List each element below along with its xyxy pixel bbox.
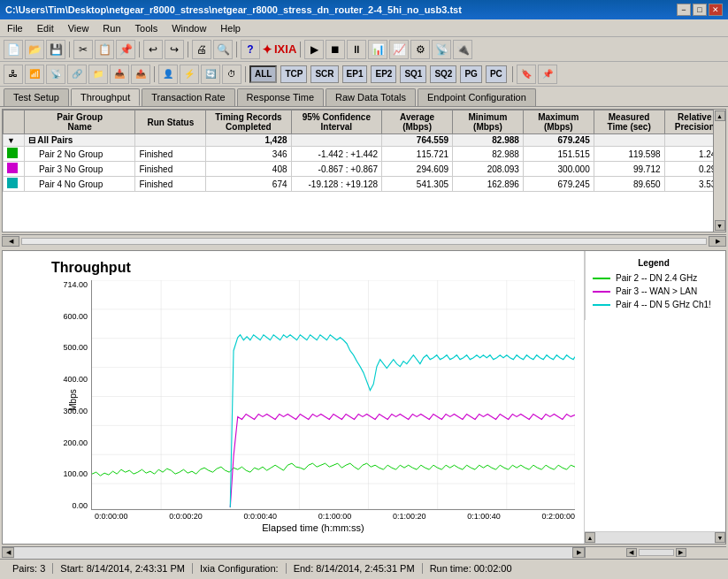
status-end: End: 8/14/2014, 2:45:31 PM: [287, 563, 423, 574]
tb-btn-7[interactable]: 📡: [432, 40, 451, 59]
sep5: [300, 42, 301, 57]
tb-btn-5[interactable]: 📈: [389, 40, 409, 59]
y-tick-600: 600.00: [63, 312, 88, 321]
cell-all-pairs-status: [135, 134, 206, 147]
legend-scroll-up[interactable]: ▲: [585, 532, 595, 543]
menu-help[interactable]: Help: [217, 22, 244, 34]
filter-pg[interactable]: PG: [460, 65, 481, 83]
data-table-container[interactable]: Pair GroupName Run Status Timing Records…: [2, 109, 726, 232]
x-tick-20: 0:0:00:20: [169, 512, 203, 521]
col-header-pair-group-name: Pair GroupName: [24, 110, 134, 134]
cell-pair4-measured: 89.650: [594, 177, 664, 192]
x-tick-100: 0:1:00:00: [318, 512, 352, 521]
tb-btn-3[interactable]: ⏸: [347, 40, 366, 59]
filter-sq2[interactable]: SQ2: [430, 65, 456, 83]
tab-response-time[interactable]: Response Time: [237, 88, 324, 106]
legend-h-scroll-right[interactable]: ▶: [676, 548, 686, 557]
tb2-btn-7[interactable]: 📤: [131, 65, 150, 84]
chart-scroll-left[interactable]: ◀: [2, 547, 14, 558]
chart-scroll-right[interactable]: ▶: [572, 547, 585, 558]
cell-all-pairs-confidence: [291, 134, 382, 147]
tb-btn-4[interactable]: 📊: [368, 40, 387, 59]
cell-pair4-records: 674: [206, 177, 291, 192]
tb2-btn-6[interactable]: 📥: [110, 65, 129, 84]
tab-throughput[interactable]: Throughput: [71, 88, 140, 106]
filter-sq1[interactable]: SQ1: [400, 65, 426, 83]
scroll-down[interactable]: ▼: [715, 220, 725, 231]
filter-pc[interactable]: PC: [486, 65, 507, 83]
chart-scrollbar-x[interactable]: ◀ ▶ ◀ ▶: [2, 546, 726, 559]
menu-window[interactable]: Window: [168, 22, 210, 34]
cell-all-pairs-measured: [594, 134, 664, 147]
filter-scr[interactable]: SCR: [310, 65, 338, 83]
legend-color-pair3: [593, 291, 610, 293]
paste-button[interactable]: 📌: [116, 40, 135, 59]
col-header-run-status: Run Status: [135, 110, 206, 134]
tb-btn-6[interactable]: ⚙: [410, 40, 430, 59]
cell-pair3-status: Finished: [135, 162, 206, 177]
x-tick-200: 0:2:00:00: [541, 512, 575, 521]
tb-btn-1[interactable]: ▶: [304, 40, 324, 59]
legend-scroll-down[interactable]: ▼: [715, 532, 725, 543]
print-button[interactable]: 🖨: [192, 40, 211, 59]
tb2-btn-10[interactable]: 🔄: [201, 65, 220, 84]
open-button[interactable]: 📂: [25, 40, 44, 59]
new-button[interactable]: 📄: [4, 40, 23, 59]
status-ixia-config: Ixia Configuration:: [193, 563, 287, 574]
tb2-btn-3[interactable]: 📡: [46, 65, 65, 84]
scroll-left[interactable]: ◀: [2, 236, 19, 247]
filter-ep2[interactable]: EP2: [371, 65, 396, 83]
cut-button[interactable]: ✂: [73, 40, 93, 59]
menu-file[interactable]: File: [4, 22, 27, 34]
row-pair-3: Pair 3 No Group Finished 408 -0.867 : +0…: [4, 162, 725, 177]
toolbar-1: 📄 📂 💾 ✂ 📋 📌 ↩ ↪ 🖨 🔍 ? ✦ IXIA ▶ ⏹ ⏸ 📊 📈 ⚙…: [0, 37, 728, 62]
cell-pair2-name: Pair 2 No Group: [24, 147, 134, 162]
scroll-up[interactable]: ▲: [715, 110, 725, 121]
redo-button[interactable]: ↪: [165, 40, 184, 59]
tb2-btn-12[interactable]: 🔖: [517, 65, 536, 84]
tb2-btn-11[interactable]: ⏱: [222, 65, 241, 84]
undo-button[interactable]: ↩: [143, 40, 163, 59]
pair3-line: [230, 414, 575, 507]
tab-transaction-rate[interactable]: Transaction Rate: [142, 88, 234, 106]
cell-all-pairs-records: 1,428: [206, 134, 291, 147]
legend-h-scroll-left[interactable]: ◀: [626, 548, 637, 557]
preview-button[interactable]: 🔍: [213, 40, 233, 59]
cell-all-pairs-name: ⊟ All Pairs: [24, 134, 134, 147]
menu-run[interactable]: Run: [99, 22, 124, 34]
tab-endpoint-config[interactable]: Endpoint Configuration: [418, 88, 536, 106]
y-tick-100: 100.00: [63, 469, 88, 478]
tb2-btn-13[interactable]: 📌: [538, 65, 557, 84]
menu-edit[interactable]: Edit: [34, 22, 57, 34]
help-icon-btn[interactable]: ?: [241, 40, 260, 59]
tb2-btn-2[interactable]: 📶: [25, 65, 44, 84]
menu-bar: File Edit View Run Tools Window Help: [0, 19, 728, 37]
copy-button[interactable]: 📋: [95, 40, 114, 59]
save-button[interactable]: 💾: [46, 40, 65, 59]
table-scroll-x[interactable]: ◀ ▶: [2, 234, 726, 247]
cell-all-pairs-average: 764.559: [382, 134, 453, 147]
maximize-button[interactable]: □: [693, 4, 707, 16]
menu-view[interactable]: View: [65, 22, 93, 34]
tab-test-setup[interactable]: Test Setup: [4, 88, 69, 106]
filter-ep1[interactable]: EP1: [342, 65, 368, 83]
y-tick-0: 0.00: [72, 501, 88, 510]
tb2-btn-1[interactable]: 🖧: [4, 65, 23, 84]
minimize-button[interactable]: −: [677, 4, 691, 16]
tb2-btn-5[interactable]: 📁: [88, 65, 108, 84]
tb-btn-2[interactable]: ⏹: [326, 40, 345, 59]
menu-tools[interactable]: Tools: [132, 22, 162, 34]
cell-expand[interactable]: ▼: [4, 134, 25, 147]
sep8: [512, 66, 513, 82]
filter-tcp[interactable]: TCP: [280, 65, 307, 83]
row-pair-2: Pair 2 No Group Finished 346 -1.442 : +1…: [4, 147, 725, 162]
scroll-right[interactable]: ▶: [709, 236, 726, 247]
tb2-btn-9[interactable]: ⚡: [180, 65, 199, 84]
tb-btn-8[interactable]: 🔌: [453, 40, 472, 59]
tb2-btn-8[interactable]: 👤: [158, 65, 178, 84]
filter-all[interactable]: ALL: [249, 65, 277, 83]
legend-scrollbar[interactable]: ▲ ▼: [585, 531, 725, 544]
tb2-btn-4[interactable]: 🔗: [67, 65, 87, 84]
close-button[interactable]: ✕: [709, 4, 723, 16]
tab-raw-data-totals[interactable]: Raw Data Totals: [326, 88, 416, 106]
